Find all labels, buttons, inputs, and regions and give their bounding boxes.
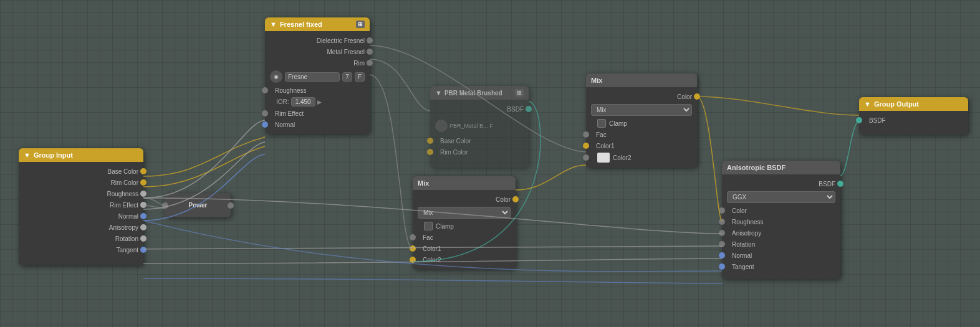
power-in-socket [162,202,168,209]
fresnel-dropdown[interactable]: Fresne [285,72,340,82]
metal-fresnel-socket [367,49,373,55]
mix2-color-socket [512,196,519,202]
mix1-clamp-check[interactable] [597,119,606,128]
pbr-base-color-row: Base Color [430,135,529,146]
mix1-color1-socket [583,143,589,149]
mix1-fac-label: Fac [596,131,607,138]
anisotropic-normal-socket [719,252,725,258]
anisotropic-color-socket [719,207,725,214]
power-body: Power [165,193,231,217]
mix1-clamp-label: Clamp [609,120,627,127]
anisotropic-anisotropy-socket [719,230,725,236]
group-output-collapse-icon: ▼ [864,100,871,108]
anisotropic-normal-row: Normal [722,250,840,261]
anisotropic-rotation-label: Rotation [732,241,755,248]
group-output-body: BSDF [859,111,968,135]
mix2-color1-socket [410,245,416,252]
anisotropic-roughness-row: Roughness [722,216,840,227]
anisotropic-tangent-socket [719,263,725,270]
metal-fresnel-row: Metal Fresnel [265,46,370,57]
fresnel-collapse-icon: ▼ [270,21,277,28]
anisotropic-bsdf-socket [837,181,843,187]
roughness-in-socket [262,87,268,93]
mix2-color1-row: Color1 [413,243,516,254]
mix2-fac-row: Fac [413,232,516,243]
dielectric-fresnel-row: Dielectric Fresnel [265,35,370,46]
group-output-bsdf-socket [856,117,862,123]
anisotropic-rotation-row: Rotation [722,239,840,250]
socket-row-tangent: Tangent [19,244,143,255]
tangent-label: Tangent [116,247,138,254]
rim-effect-input-row: Rim Effect [265,108,370,119]
collapse-arrow-icon: ▼ [24,151,31,159]
mix1-header: Mix [586,73,697,87]
fresnel-header: ▼ Fresnel fixed ⊞ [265,17,370,31]
fresnel-controls-row: ◉ Fresne 7 F [265,69,370,85]
group-output-bsdf-label: BSDF [869,117,886,124]
rim-effect-socket [140,202,147,208]
normal-input-row: Normal [265,119,370,130]
group-output-node[interactable]: ▼ Group Output BSDF [859,97,968,135]
anisotropic-color-row: Color [722,205,840,216]
anisotropic-bsdf-label: BSDF [819,181,835,187]
anisotropic-rotation-socket [719,241,725,247]
mix1-color-label: Color [677,93,692,100]
mix2-body: Color Mix Clamp Fac Color1 Color2 [413,190,516,269]
ior-value[interactable]: 1.450 [291,97,315,107]
roughness-input-label: Roughness [275,87,307,94]
ior-row: IOR: 1.450 ▶ [265,96,370,108]
mix2-dropdown[interactable]: Mix [418,207,511,219]
socket-row-anisotropy: Anisotropy [19,222,143,233]
anisotropic-roughness-socket [719,219,725,225]
mix1-color2-label: Color2 [613,154,631,161]
mix2-color1-label: Color1 [423,245,441,252]
normal-input-label: Normal [275,121,295,128]
screen-icon: ⊞ [356,21,365,28]
pbr-bsdf-row: BSDF [430,103,529,115]
roughness-socket [140,191,147,197]
group-input-node[interactable]: ▼ Group Input Base Color Rim Color Rough… [19,148,143,265]
mix2-color2-label: Color2 [423,257,441,263]
pbr-brushed-node[interactable]: ▼ PBR Metal Brushed ⊞ BSDF PBR_Metal B..… [430,86,529,168]
mix2-node[interactable]: Mix Color Mix Clamp Fac Color1 Color2 [413,176,516,269]
mix1-color-socket [694,93,700,100]
mix1-color1-row: Color1 [586,140,697,151]
fresnel-title: Fresnel fixed [280,21,322,28]
anisotropic-dropdown-row: GGX [722,189,840,205]
rim-label: Rim [353,60,365,67]
power-node[interactable]: Power [165,193,231,217]
anisotropy-socket [140,224,147,230]
anisotropic-body: BSDF GGX Color Roughness Anisotropy Rota… [722,174,840,279]
fresnel-f-btn[interactable]: F [355,72,365,82]
mix2-color-label: Color [496,196,511,203]
anisotropic-roughness-label: Roughness [732,219,764,225]
mix2-color-output-row: Color [413,194,516,205]
mix1-color1-label: Color1 [596,143,614,149]
fresnel-node[interactable]: ▼ Fresnel fixed ⊞ Dielectric Fresnel Met… [265,17,370,134]
mix2-clamp-check[interactable] [424,222,433,230]
anisotropic-node[interactable]: Anisotropic BSDF BSDF GGX Color Roughnes… [722,161,840,279]
fresnel-num1[interactable]: 7 [342,72,352,82]
anisotropic-anisotropy-label: Anisotropy [732,230,761,237]
pbr-brushed-header: ▼ PBR Metal Brushed ⊞ [430,86,529,100]
anisotropic-tangent-label: Tangent [732,263,754,270]
socket-row-normal: Normal [19,211,143,222]
mix1-dropdown[interactable]: Mix [591,104,692,116]
mix1-color-output-row: Color [586,91,697,102]
mix1-node[interactable]: Mix Color Mix Clamp Fac Color1 Color2 [586,73,697,168]
anisotropic-header: Anisotropic BSDF [722,161,840,174]
pbr-brushed-body: BSDF PBR_Metal B... F Base Color Rim Col… [430,100,529,168]
pbr-rim-color-socket [427,149,433,155]
normal-socket [140,213,147,219]
socket-row-roughness: Roughness [19,188,143,199]
rim-color-socket [140,179,147,186]
mix2-color2-socket [410,257,416,263]
anisotropic-ggx-dropdown[interactable]: GGX [727,191,835,203]
dielectric-fresnel-label: Dielectric Fresnel [317,37,365,44]
socket-row-rim-effect: Rim Effect [19,199,143,211]
pbr-base-color-socket [427,138,433,144]
mix1-clamp-row: Clamp [586,118,697,129]
mix2-fac-label: Fac [423,234,433,241]
base-color-socket [140,168,147,174]
pbr-rim-color-label: Rim Color [440,149,468,156]
